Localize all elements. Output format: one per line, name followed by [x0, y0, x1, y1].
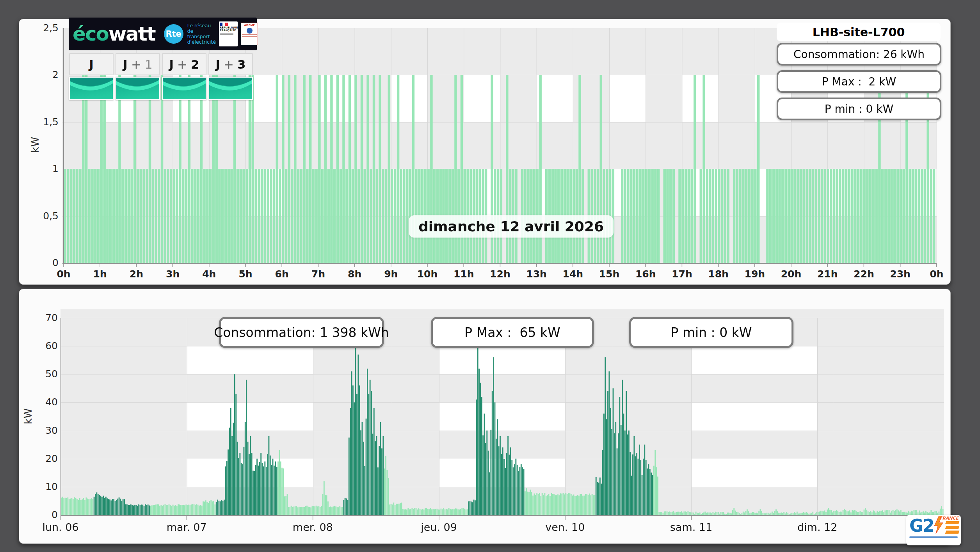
- y-tick-label: 20: [30, 453, 58, 464]
- y-tick-label: 1: [31, 163, 59, 174]
- g2e-logo: G2 FRANCE: [906, 515, 961, 545]
- weekly-consumption-badge: Consommation: 1 398 kWh: [219, 317, 384, 348]
- republique-text: RÉPUBLIQUE FRANÇAISE: [220, 27, 237, 32]
- g2e-tagline: [909, 536, 958, 538]
- y-tick-label: 50: [30, 368, 58, 380]
- x-tick-label: jeu. 09: [408, 521, 470, 533]
- y-tick-label: 2: [31, 69, 59, 80]
- rte-tagline: Le réseau de transport d'électricité: [187, 23, 216, 45]
- x-tick-label: dim. 12: [786, 521, 848, 533]
- g2e-text: G2: [909, 517, 934, 534]
- y-tick-label: 40: [30, 396, 58, 408]
- globe-icon: [247, 28, 253, 34]
- y-tick-label: 0,5: [31, 210, 59, 222]
- daily-pmin-badge: P min : 0 kW: [777, 98, 941, 120]
- site-name: LHB-site-L700: [777, 23, 941, 41]
- y-tick-label: 30: [30, 425, 58, 436]
- y-tick-label: 70: [30, 312, 58, 323]
- republique-francaise-logo: RÉPUBLIQUE FRANÇAISE: [219, 21, 238, 46]
- ecowatt-wordmark-eco: éco: [73, 23, 108, 45]
- y-tick-label: 2,5: [31, 22, 59, 34]
- x-tick-label: 0h: [915, 268, 958, 280]
- weekly-pmin-badge: P min : 0 kW: [629, 317, 793, 348]
- x-tick-label: mer. 08: [281, 521, 344, 533]
- rte-logo: Rte: [164, 24, 183, 44]
- x-tick-label: ven. 10: [534, 521, 596, 533]
- daily-y-axis-title: kW: [29, 137, 41, 153]
- day-button-j2[interactable]: J + 2: [162, 53, 206, 75]
- ecowatt-dashboard: 2,521,510,50 0h1h2h3h4h5h6h7h8h9h10h11h1…: [0, 0, 980, 552]
- ecowatt-wordmark-watt: watt: [108, 23, 155, 45]
- ecowatt-logo-bar: écowatt Rte Le réseau de transport d'éle…: [69, 18, 257, 50]
- ademe-text: ADEME: [242, 24, 257, 27]
- ecowatt-wordmark: écowatt: [73, 24, 155, 44]
- g2e-e-icon: [946, 521, 959, 534]
- day-button-j3[interactable]: J + 3: [208, 53, 253, 75]
- french-flag-icon: [220, 23, 228, 26]
- x-tick-label: sam. 11: [660, 521, 722, 533]
- y-tick-label: 60: [30, 340, 58, 351]
- weekly-pmax-badge: P Max : 65 kW: [431, 317, 594, 348]
- forecast-tile-j3[interactable]: [208, 77, 253, 100]
- x-tick-label: mar. 07: [155, 521, 218, 533]
- ademe-logo: ADEME: [241, 23, 258, 45]
- y-tick-label: 1,5: [31, 116, 59, 128]
- daily-pmax-badge: P Max : 2 kW: [777, 70, 941, 93]
- x-tick-label: lun. 06: [29, 521, 92, 533]
- day-button-j1[interactable]: J + 1: [116, 53, 160, 75]
- g2e-france-text: FRANCE: [939, 516, 959, 521]
- forecast-tile-j[interactable]: [69, 77, 114, 100]
- selected-date-label: dimanche 12 avril 2026: [409, 215, 614, 238]
- y-tick-label: 10: [30, 481, 58, 492]
- y-tick-label: 0: [30, 509, 58, 520]
- day-button-j[interactable]: J: [69, 53, 114, 75]
- y-tick-label: 0: [31, 257, 59, 268]
- weekly-y-axis-title: kW: [22, 408, 34, 424]
- daily-consumption-badge: Consommation: 26 kWh: [777, 43, 941, 66]
- forecast-tile-j2[interactable]: [162, 77, 206, 100]
- forecast-tile-j1[interactable]: [116, 77, 160, 100]
